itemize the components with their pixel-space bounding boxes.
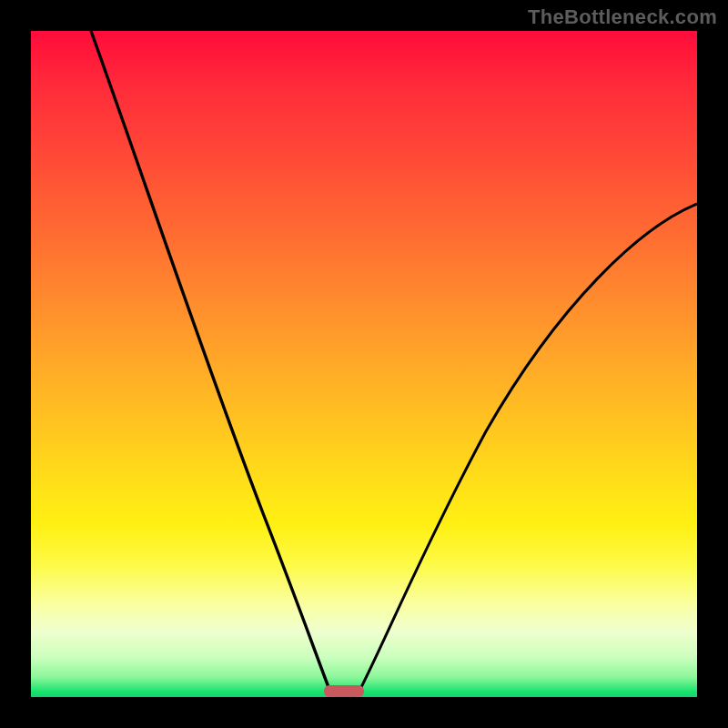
plot-area bbox=[31, 31, 697, 697]
right-curve bbox=[358, 204, 697, 694]
left-curve bbox=[91, 31, 331, 694]
optimum-marker bbox=[324, 685, 364, 697]
chart-frame: TheBottleneck.com bbox=[0, 0, 728, 728]
watermark-text: TheBottleneck.com bbox=[528, 5, 717, 29]
curves-svg bbox=[31, 31, 697, 697]
